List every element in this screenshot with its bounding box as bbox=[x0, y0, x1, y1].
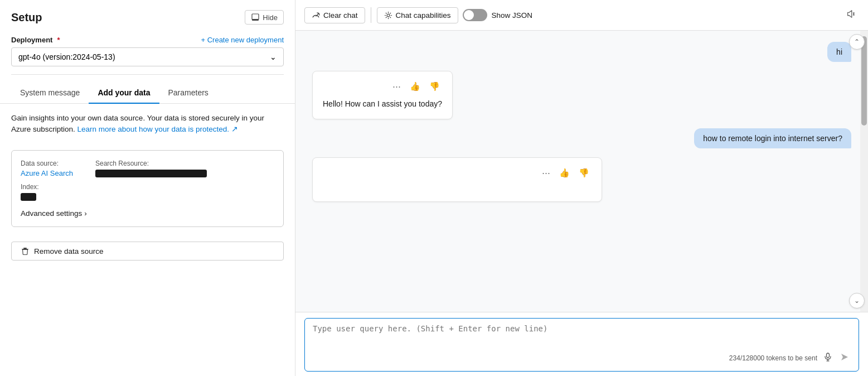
show-json-label: Show JSON bbox=[492, 11, 533, 20]
user-message-1: hi bbox=[827, 42, 851, 62]
chevron-right-icon: › bbox=[84, 209, 87, 218]
scroll-up-button[interactable]: ⌃ bbox=[849, 34, 865, 50]
gear-icon bbox=[384, 11, 392, 20]
data-card: Data source: Azure AI Search Search Reso… bbox=[11, 150, 284, 228]
remove-btn-label: Remove data source bbox=[34, 247, 104, 256]
hide-label: Hide bbox=[263, 13, 278, 22]
index-section: Index: bbox=[21, 183, 274, 203]
data-source-col: Data source: Azure AI Search bbox=[21, 160, 73, 178]
toolbar-divider bbox=[371, 7, 371, 23]
deployment-section: Deployment * + Create new deployment gpt… bbox=[0, 30, 295, 66]
index-label: Index: bbox=[21, 183, 274, 191]
hide-button[interactable]: Hide bbox=[245, 10, 284, 25]
microphone-icon bbox=[823, 353, 832, 361]
show-json-row: Show JSON bbox=[463, 9, 533, 21]
msg-actions-2: ⋯ 👍 👎 bbox=[323, 167, 591, 179]
toggle-knob bbox=[464, 10, 474, 20]
thumbs-down-button-1[interactable]: 👎 bbox=[427, 80, 442, 93]
setup-header: Setup Hide bbox=[0, 0, 295, 30]
user-message-2-container: how to remote login into internet server… bbox=[312, 128, 851, 148]
more-options-button-2[interactable]: ⋯ bbox=[540, 167, 552, 179]
hide-icon bbox=[251, 13, 260, 22]
search-resource-redacted bbox=[95, 170, 207, 177]
assistant-text-1: Hello! How can I assist you today? bbox=[323, 98, 442, 110]
show-json-toggle[interactable] bbox=[463, 9, 487, 21]
clear-chat-button[interactable]: Clear chat bbox=[304, 7, 365, 23]
clear-chat-label: Clear chat bbox=[323, 11, 358, 20]
remove-data-source-button[interactable]: Remove data source bbox=[11, 242, 284, 261]
deployment-label: Deployment * + Create new deployment bbox=[11, 36, 284, 44]
required-star: * bbox=[57, 36, 60, 44]
assistant-message-1: ⋯ 👍 👎 Hello! How can I assist you today? bbox=[312, 71, 453, 119]
right-panel: Clear chat Chat capabilities Show JSON ⌃ bbox=[295, 0, 868, 376]
tabs-row: System message Add your data Parameters bbox=[0, 83, 295, 104]
data-source-label: Data source: bbox=[21, 160, 73, 167]
tab-add-your-data[interactable]: Add your data bbox=[89, 83, 159, 104]
chevron-down-icon: ⌄ bbox=[270, 52, 277, 61]
svg-rect-2 bbox=[23, 248, 27, 249]
speaker-icon bbox=[846, 9, 856, 19]
left-panel: Setup Hide Deployment * + Create new dep… bbox=[0, 0, 295, 376]
thumbs-up-button-1[interactable]: 👍 bbox=[408, 80, 423, 93]
chat-capabilities-label: Chat capabilities bbox=[396, 11, 451, 20]
input-box: 234/128000 tokens to be sent bbox=[304, 318, 859, 372]
send-icon bbox=[840, 353, 849, 361]
search-resource-value bbox=[95, 169, 207, 178]
azure-search-link[interactable]: Azure AI Search bbox=[21, 169, 73, 177]
search-resource-col: Search Resource: bbox=[95, 160, 207, 178]
chat-capabilities-button[interactable]: Chat capabilities bbox=[377, 7, 458, 23]
svg-rect-7 bbox=[827, 353, 830, 358]
input-area: 234/128000 tokens to be sent bbox=[295, 312, 868, 376]
thumbs-up-button-2[interactable]: 👍 bbox=[557, 167, 572, 179]
create-deployment-button[interactable]: + Create new deployment bbox=[201, 36, 284, 44]
index-value-redacted bbox=[21, 193, 36, 201]
speaker-button[interactable] bbox=[842, 6, 859, 25]
send-button[interactable] bbox=[838, 351, 851, 365]
thumbs-down-button-2[interactable]: 👎 bbox=[576, 167, 591, 179]
svg-rect-0 bbox=[252, 14, 259, 20]
assistant-message-2: ⋯ 👍 👎 bbox=[312, 157, 602, 202]
deployment-select[interactable]: gpt-4o (version:2024-05-13) ⌄ bbox=[11, 47, 284, 66]
user-message-1-container: hi bbox=[312, 42, 851, 62]
svg-point-4 bbox=[387, 14, 390, 17]
chat-scrollbar-track bbox=[860, 31, 868, 312]
chat-scrollbar-thumb[interactable] bbox=[861, 36, 867, 126]
data-info-section: Gain insights into your own data source.… bbox=[0, 104, 295, 144]
svg-rect-1 bbox=[252, 19, 259, 21]
chat-toolbar: Clear chat Chat capabilities Show JSON bbox=[295, 0, 868, 31]
data-card-row: Data source: Azure AI Search Search Reso… bbox=[21, 160, 274, 178]
input-footer: 234/128000 tokens to be sent bbox=[313, 351, 851, 365]
tab-parameters[interactable]: Parameters bbox=[159, 83, 217, 104]
trash-icon bbox=[21, 247, 30, 256]
advanced-settings-button[interactable]: Advanced settings › bbox=[21, 209, 87, 218]
microphone-button[interactable] bbox=[822, 351, 834, 365]
divider-1 bbox=[11, 74, 284, 75]
clear-chat-icon bbox=[312, 11, 320, 20]
msg-actions-1: ⋯ 👍 👎 bbox=[323, 80, 442, 93]
scroll-down-button[interactable]: ⌄ bbox=[849, 293, 865, 308]
token-count: 234/128000 tokens to be sent bbox=[729, 354, 817, 362]
tab-system-message[interactable]: System message bbox=[11, 83, 89, 104]
deployment-value: gpt-4o (version:2024-05-13) bbox=[18, 52, 115, 61]
learn-more-link[interactable]: Learn more about how your data is protec… bbox=[77, 125, 238, 133]
search-resource-label: Search Resource: bbox=[95, 160, 207, 167]
setup-title: Setup bbox=[11, 11, 42, 24]
more-options-button-1[interactable]: ⋯ bbox=[390, 80, 403, 93]
data-source-value: Azure AI Search bbox=[21, 169, 73, 177]
chat-area[interactable]: ⌃ hi ⋯ 👍 👎 Hello! How can I assist you t… bbox=[295, 31, 868, 312]
chat-input[interactable] bbox=[313, 324, 851, 346]
user-message-2: how to remote login into internet server… bbox=[694, 128, 851, 148]
